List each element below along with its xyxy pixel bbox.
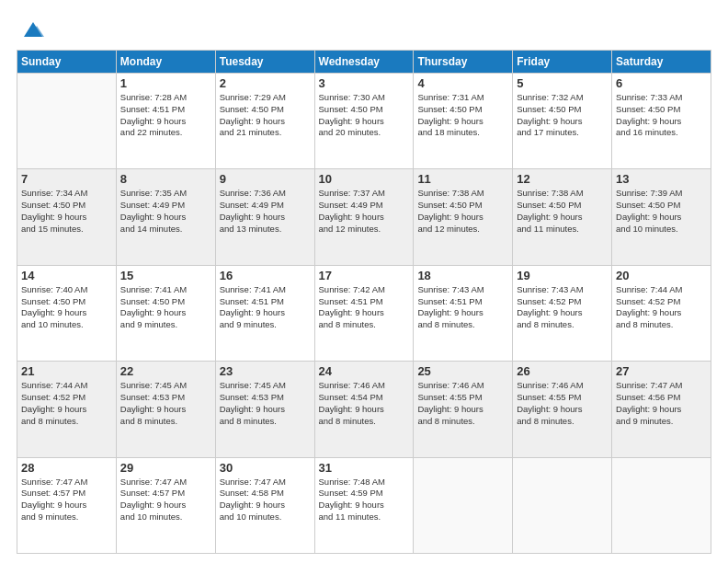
calendar-cell: 15Sunrise: 7:41 AM Sunset: 4:50 PM Dayli… (116, 265, 215, 361)
calendar-cell: 21Sunrise: 7:44 AM Sunset: 4:52 PM Dayli… (17, 362, 117, 457)
calendar-cell (612, 457, 711, 553)
weekday-header: Friday (513, 51, 612, 74)
day-info: Sunrise: 7:45 AM Sunset: 4:53 PM Dayligh… (120, 380, 211, 427)
day-info: Sunrise: 7:46 AM Sunset: 4:54 PM Dayligh… (319, 380, 410, 427)
day-info: Sunrise: 7:38 AM Sunset: 4:50 PM Dayligh… (417, 188, 508, 235)
calendar-cell: 23Sunrise: 7:45 AM Sunset: 4:53 PM Dayli… (215, 362, 314, 457)
day-number: 30 (220, 461, 311, 475)
day-number: 19 (517, 269, 608, 282)
day-info: Sunrise: 7:39 AM Sunset: 4:50 PM Dayligh… (616, 188, 707, 235)
weekday-header: Saturday (612, 51, 711, 74)
day-number: 25 (417, 364, 508, 378)
day-number: 28 (21, 461, 112, 475)
day-info: Sunrise: 7:44 AM Sunset: 4:52 PM Dayligh… (21, 380, 112, 427)
day-number: 4 (417, 76, 508, 90)
calendar-cell (414, 457, 513, 553)
calendar-cell (17, 74, 117, 169)
calendar-cell: 8Sunrise: 7:35 AM Sunset: 4:49 PM Daylig… (116, 169, 215, 265)
day-info: Sunrise: 7:34 AM Sunset: 4:50 PM Dayligh… (21, 188, 112, 235)
calendar-week-row: 7Sunrise: 7:34 AM Sunset: 4:50 PM Daylig… (17, 169, 711, 265)
calendar-week-row: 14Sunrise: 7:40 AM Sunset: 4:50 PM Dayli… (17, 265, 711, 361)
day-number: 21 (21, 364, 112, 378)
day-info: Sunrise: 7:47 AM Sunset: 4:57 PM Dayligh… (21, 477, 112, 523)
day-info: Sunrise: 7:35 AM Sunset: 4:49 PM Dayligh… (120, 188, 211, 235)
calendar-cell: 1Sunrise: 7:28 AM Sunset: 4:51 PM Daylig… (116, 74, 215, 169)
day-number: 10 (319, 172, 410, 186)
day-info: Sunrise: 7:44 AM Sunset: 4:52 PM Dayligh… (616, 284, 707, 331)
day-number: 14 (21, 269, 112, 282)
day-info: Sunrise: 7:43 AM Sunset: 4:52 PM Dayligh… (517, 284, 608, 331)
weekday-header: Tuesday (215, 51, 314, 74)
calendar-cell: 19Sunrise: 7:43 AM Sunset: 4:52 PM Dayli… (513, 265, 612, 361)
calendar-cell: 20Sunrise: 7:44 AM Sunset: 4:52 PM Dayli… (612, 265, 711, 361)
calendar-week-row: 1Sunrise: 7:28 AM Sunset: 4:51 PM Daylig… (17, 74, 711, 169)
calendar-table: SundayMondayTuesdayWednesdayThursdayFrid… (17, 50, 711, 554)
day-info: Sunrise: 7:42 AM Sunset: 4:51 PM Dayligh… (319, 284, 410, 331)
day-number: 27 (616, 364, 707, 378)
day-info: Sunrise: 7:47 AM Sunset: 4:56 PM Dayligh… (616, 380, 707, 427)
calendar-cell: 6Sunrise: 7:33 AM Sunset: 4:50 PM Daylig… (612, 74, 711, 169)
day-info: Sunrise: 7:46 AM Sunset: 4:55 PM Dayligh… (517, 380, 608, 427)
day-info: Sunrise: 7:30 AM Sunset: 4:50 PM Dayligh… (319, 92, 410, 139)
day-info: Sunrise: 7:41 AM Sunset: 4:50 PM Dayligh… (120, 284, 211, 331)
day-info: Sunrise: 7:37 AM Sunset: 4:49 PM Dayligh… (319, 188, 410, 235)
day-number: 26 (517, 364, 608, 378)
calendar-cell: 26Sunrise: 7:46 AM Sunset: 4:55 PM Dayli… (513, 362, 612, 457)
calendar-cell: 3Sunrise: 7:30 AM Sunset: 4:50 PM Daylig… (314, 74, 414, 169)
day-info: Sunrise: 7:28 AM Sunset: 4:51 PM Dayligh… (120, 92, 211, 139)
weekday-header: Thursday (414, 51, 513, 74)
calendar-cell: 24Sunrise: 7:46 AM Sunset: 4:54 PM Dayli… (314, 362, 414, 457)
calendar-week-row: 21Sunrise: 7:44 AM Sunset: 4:52 PM Dayli… (17, 362, 711, 457)
calendar-cell: 30Sunrise: 7:47 AM Sunset: 4:58 PM Dayli… (215, 457, 314, 553)
day-number: 29 (120, 461, 211, 475)
calendar-cell: 7Sunrise: 7:34 AM Sunset: 4:50 PM Daylig… (17, 169, 117, 265)
calendar-cell: 4Sunrise: 7:31 AM Sunset: 4:50 PM Daylig… (414, 74, 513, 169)
day-number: 12 (517, 172, 608, 186)
day-number: 9 (220, 172, 311, 186)
calendar-cell: 2Sunrise: 7:29 AM Sunset: 4:50 PM Daylig… (215, 74, 314, 169)
day-info: Sunrise: 7:31 AM Sunset: 4:50 PM Dayligh… (417, 92, 508, 139)
calendar-week-row: 28Sunrise: 7:47 AM Sunset: 4:57 PM Dayli… (17, 457, 711, 553)
day-info: Sunrise: 7:36 AM Sunset: 4:49 PM Dayligh… (220, 188, 311, 235)
calendar-cell: 16Sunrise: 7:41 AM Sunset: 4:51 PM Dayli… (215, 265, 314, 361)
day-number: 11 (417, 172, 508, 186)
calendar-cell: 10Sunrise: 7:37 AM Sunset: 4:49 PM Dayli… (314, 169, 414, 265)
day-number: 17 (319, 269, 410, 282)
day-number: 13 (616, 172, 707, 186)
day-number: 24 (319, 364, 410, 378)
day-info: Sunrise: 7:32 AM Sunset: 4:50 PM Dayligh… (517, 92, 608, 139)
calendar-cell: 11Sunrise: 7:38 AM Sunset: 4:50 PM Dayli… (414, 169, 513, 265)
day-number: 5 (517, 76, 608, 90)
weekday-header: Monday (116, 51, 215, 74)
calendar-cell: 22Sunrise: 7:45 AM Sunset: 4:53 PM Dayli… (116, 362, 215, 457)
day-info: Sunrise: 7:47 AM Sunset: 4:57 PM Dayligh… (120, 477, 211, 523)
day-number: 8 (120, 172, 211, 186)
day-info: Sunrise: 7:29 AM Sunset: 4:50 PM Dayligh… (220, 92, 311, 139)
calendar-cell: 12Sunrise: 7:38 AM Sunset: 4:50 PM Dayli… (513, 169, 612, 265)
calendar-cell: 17Sunrise: 7:42 AM Sunset: 4:51 PM Dayli… (314, 265, 414, 361)
day-number: 22 (120, 364, 211, 378)
day-number: 1 (120, 76, 211, 90)
day-number: 2 (220, 76, 311, 90)
calendar-cell: 5Sunrise: 7:32 AM Sunset: 4:50 PM Daylig… (513, 74, 612, 169)
day-number: 23 (220, 364, 311, 378)
day-info: Sunrise: 7:33 AM Sunset: 4:50 PM Dayligh… (616, 92, 707, 139)
day-number: 31 (319, 461, 410, 475)
calendar-cell: 18Sunrise: 7:43 AM Sunset: 4:51 PM Dayli… (414, 265, 513, 361)
day-info: Sunrise: 7:43 AM Sunset: 4:51 PM Dayligh… (417, 284, 508, 331)
day-number: 3 (319, 76, 410, 90)
day-number: 15 (120, 269, 211, 282)
day-info: Sunrise: 7:48 AM Sunset: 4:59 PM Dayligh… (319, 477, 410, 523)
calendar-cell: 31Sunrise: 7:48 AM Sunset: 4:59 PM Dayli… (314, 457, 414, 553)
day-info: Sunrise: 7:38 AM Sunset: 4:50 PM Dayligh… (517, 188, 608, 235)
day-info: Sunrise: 7:47 AM Sunset: 4:58 PM Dayligh… (220, 477, 311, 523)
day-number: 16 (220, 269, 311, 282)
page: SundayMondayTuesdayWednesdayThursdayFrid… (0, 0, 728, 563)
day-number: 6 (616, 76, 707, 90)
day-info: Sunrise: 7:46 AM Sunset: 4:55 PM Dayligh… (417, 380, 508, 427)
logo-icon (20, 17, 46, 42)
day-info: Sunrise: 7:40 AM Sunset: 4:50 PM Dayligh… (21, 284, 112, 331)
calendar-cell: 28Sunrise: 7:47 AM Sunset: 4:57 PM Dayli… (17, 457, 117, 553)
day-number: 20 (616, 269, 707, 282)
calendar-cell: 25Sunrise: 7:46 AM Sunset: 4:55 PM Dayli… (414, 362, 513, 457)
